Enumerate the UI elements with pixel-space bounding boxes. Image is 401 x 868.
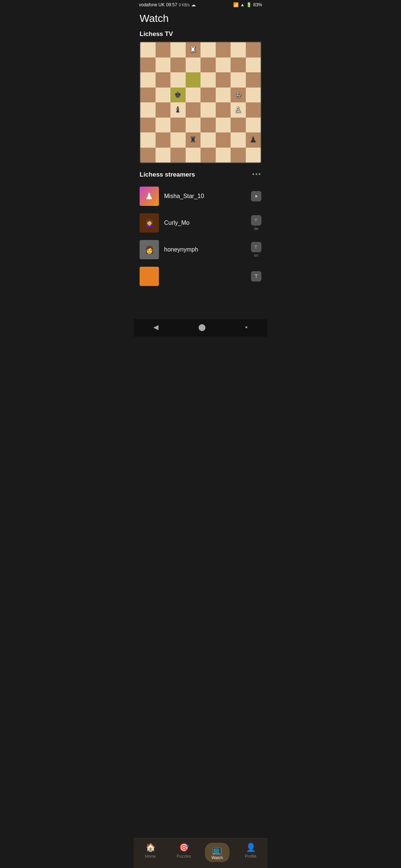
status-left: vodafone UK 09:57 0 KB/s ☁ (139, 2, 196, 7)
youtube-icon (251, 191, 261, 201)
chess-cell-6-2 (170, 132, 186, 148)
streamer-platform: Ten (251, 242, 261, 257)
chess-cell-7-4 (200, 148, 216, 163)
stream-language: de (254, 226, 258, 231)
chess-cell-3-7 (246, 88, 261, 103)
chess-cell-2-5 (216, 72, 231, 88)
streamer-item-Curly_Mo[interactable]: 👩‍🦱Curly_MoTde (134, 210, 267, 236)
chess-cell-3-4 (200, 88, 216, 103)
chess-cell-5-5 (216, 118, 231, 133)
chess-cell-6-6 (231, 132, 246, 148)
chess-cell-3-0 (140, 88, 156, 103)
streamer-platform: Tde (251, 215, 261, 231)
streamer-platform: T (251, 271, 261, 282)
chess-cell-2-4 (200, 72, 216, 88)
time-text: 09:57 (166, 2, 177, 7)
chess-cell-2-2 (170, 72, 186, 88)
chess-cell-1-7 (246, 57, 261, 73)
chess-cell-1-3 (186, 57, 201, 73)
chess-cell-7-2 (170, 148, 186, 163)
streamer-avatar: 👩‍🦱 (140, 213, 159, 233)
chess-cell-7-5 (216, 148, 231, 163)
chess-cell-2-6 (231, 72, 246, 88)
stream-language: en (254, 253, 258, 257)
chess-cell-4-2: ♝ (170, 102, 186, 118)
chess-cell-1-0 (140, 57, 156, 73)
chess-cell-4-1 (156, 102, 171, 118)
recents-button[interactable]: ▪ (245, 323, 247, 331)
chess-cell-7-7 (246, 148, 261, 163)
home-button[interactable]: ⬤ (198, 323, 206, 331)
chess-cell-6-1 (156, 132, 171, 148)
chess-board: ♜♚♔♝♙♜♟ (140, 42, 261, 162)
chess-cell-3-3 (186, 88, 201, 103)
chess-cell-4-3 (186, 102, 201, 118)
streamer-item-partial[interactable]: T (134, 263, 267, 290)
chess-cell-4-0 (140, 102, 156, 118)
android-nav: ◀ ⬤ ▪ (134, 319, 267, 336)
chess-piece: ♟ (250, 136, 257, 144)
chess-cell-0-2 (170, 42, 186, 57)
streamer-name: Curly_Mo (164, 220, 246, 226)
chess-piece: ♝ (174, 106, 182, 114)
streamers-header: Lichess streamers ••• (134, 171, 267, 183)
streamer-item-honeynymph[interactable]: 👩honeynymphTen (134, 236, 267, 263)
chess-cell-4-7 (246, 102, 261, 118)
twitch-icon: T (251, 242, 261, 252)
chess-cell-0-1 (156, 42, 171, 57)
more-options-button[interactable]: ••• (252, 171, 261, 178)
chess-cell-5-7 (246, 118, 261, 133)
chess-cell-0-6 (231, 42, 246, 57)
chess-cell-6-0 (140, 132, 156, 148)
chess-cell-5-3 (186, 118, 201, 133)
chess-cell-0-7 (246, 42, 261, 57)
svg-text:T: T (255, 245, 257, 249)
chess-cell-0-0 (140, 42, 156, 57)
battery-percent: 83% (253, 2, 262, 7)
chess-piece: ♜ (189, 46, 197, 54)
chess-cell-3-6: ♔ (231, 88, 246, 103)
chess-cell-7-6 (231, 148, 246, 163)
streamer-item-Misha_Star_10[interactable]: ♟Misha_Star_10 (134, 183, 267, 210)
chess-piece: ♜ (189, 136, 197, 144)
back-button[interactable]: ◀ (153, 323, 159, 331)
chess-cell-1-1 (156, 57, 171, 73)
data-speed: 0 KB/s (179, 3, 189, 7)
chess-cell-0-4 (200, 42, 216, 57)
chess-piece: ♚ (174, 91, 182, 99)
chess-cell-5-6 (231, 118, 246, 133)
battery-text: 🔋 (246, 2, 252, 7)
chess-cell-6-3: ♜ (186, 132, 201, 148)
chess-cell-2-3 (186, 72, 201, 88)
streamer-platform (251, 191, 261, 201)
twitch-icon: T (251, 271, 261, 282)
chess-cell-5-2 (170, 118, 186, 133)
streamer-name: honeynymph (164, 246, 246, 253)
streamer-name: Misha_Star_10 (164, 193, 246, 200)
chess-cell-6-7: ♟ (246, 132, 261, 148)
chess-cell-5-1 (156, 118, 171, 133)
chess-cell-4-5 (216, 102, 231, 118)
chess-cell-7-3 (186, 148, 201, 163)
chess-board-container[interactable]: ♜♚♔♝♙♜♟ (140, 42, 261, 163)
twitch-icon: T (251, 215, 261, 226)
chess-cell-2-0 (140, 72, 156, 88)
chess-cell-1-2 (170, 57, 186, 73)
chess-cell-7-0 (140, 148, 156, 163)
chess-cell-4-6: ♙ (231, 102, 246, 118)
streamers-title: Lichess streamers (140, 171, 195, 178)
status-bar: vodafone UK 09:57 0 KB/s ☁ 📶 ▲ 🔋 83% (134, 0, 267, 9)
chess-cell-3-1 (156, 88, 171, 103)
chess-cell-6-5 (216, 132, 231, 148)
cloud-icon: ☁ (191, 2, 196, 7)
streamer-avatar: 👩 (140, 240, 159, 259)
signal-icon: ▲ (240, 2, 245, 7)
streamer-avatar (140, 267, 159, 286)
chess-cell-6-4 (200, 132, 216, 148)
page-title: Watch (134, 9, 267, 30)
chess-piece: ♔ (234, 91, 242, 99)
chess-cell-5-4 (200, 118, 216, 133)
chess-cell-3-5 (216, 88, 231, 103)
chess-cell-0-3: ♜ (186, 42, 201, 57)
chess-cell-1-5 (216, 57, 231, 73)
